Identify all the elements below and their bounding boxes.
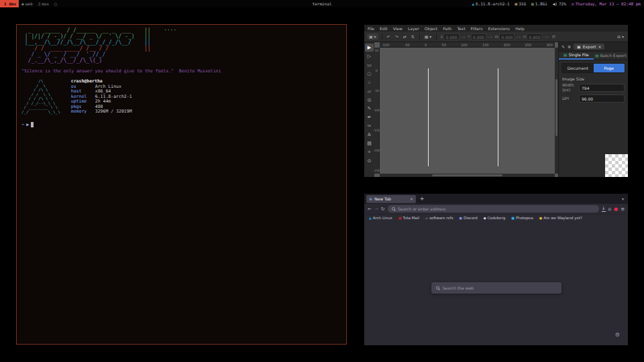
downloads-icon[interactable]: ↓ (602, 206, 606, 212)
canvas-vertical-scrollbar[interactable] (555, 48, 558, 174)
screen-share-indicator-icon[interactable]: ● (614, 206, 618, 212)
bookmark-label: Discord (464, 216, 478, 220)
image-size-section-label: Image Size (559, 74, 628, 82)
bookmark-item[interactable]: ▲Arch Linux (369, 216, 392, 220)
dialog-tab-bar: ✎ ≣ ▣ Export × (559, 42, 628, 52)
inkscape-tool-icon[interactable]: ✧ (365, 148, 374, 156)
snap-controls-dropdown[interactable]: ⊞ ▾ (616, 34, 625, 39)
field-steppers[interactable]: −+ (487, 35, 492, 39)
workspace-button[interactable]: 1 dev (0, 0, 19, 7)
scrollbar-thumb[interactable] (432, 174, 502, 176)
export-mode-tab[interactable]: ▤Single File (559, 52, 594, 60)
export-area-button[interactable]: Page (594, 64, 625, 72)
menu-item[interactable]: File (368, 26, 374, 31)
field-value[interactable]: 0.000 (443, 34, 459, 40)
field-steppers[interactable]: −+ (543, 35, 548, 39)
drawing-canvas[interactable] (380, 48, 555, 174)
lock-ratio-icon[interactable]: ⊓ (551, 34, 557, 39)
terminal-window[interactable]: _ _____ / /______ __ _ ___ || ···· | |/|… (16, 24, 347, 345)
bookmark-item[interactable]: ■Tuta Mail (398, 216, 419, 220)
menu-item[interactable]: View (393, 26, 402, 31)
export-mode-tab[interactable]: ▤Batch Export (594, 52, 629, 60)
menu-item[interactable]: Filters (471, 26, 483, 31)
menu-item[interactable]: Layer (408, 26, 419, 31)
menu-item[interactable]: Edit (380, 26, 388, 31)
menu-item[interactable]: Text (457, 26, 465, 31)
menu-item[interactable]: Path (443, 26, 451, 31)
rotate-cw-icon[interactable]: ↷ (394, 34, 400, 39)
ruler-label: -100 (382, 43, 389, 47)
close-dialog-icon[interactable]: × (598, 44, 601, 49)
field-steppers[interactable]: −+ (515, 35, 521, 39)
browser-tab[interactable]: ⊕ New Tab × (366, 195, 416, 203)
inkscape-tool-icon[interactable]: ▱ (365, 87, 374, 95)
tab-title: New Tab (374, 196, 391, 201)
export-area-button[interactable]: Document (562, 64, 594, 72)
inkscape-tool-icon[interactable]: ▷ (365, 52, 374, 60)
inkscape-tool-icon[interactable]: A (365, 131, 374, 139)
bookmark-item[interactable]: ●Are we Wayland yet? (539, 216, 582, 220)
canvas-area[interactable]: -100-50050100150200250300 500-50-100-150… (374, 42, 558, 177)
field-value[interactable]: 0.000 (527, 34, 542, 40)
inkscape-tool-icon[interactable]: ◎ (365, 96, 374, 104)
status-icon: ◷ (572, 1, 574, 6)
shell-prompt[interactable]: ~ ▶ (21, 122, 341, 127)
bookmark-favicon: ▲ (369, 216, 372, 220)
back-button[interactable]: ← (368, 206, 372, 212)
workspace-button[interactable]: ◉web (19, 0, 35, 7)
flip-horizontal-icon[interactable]: ⇄ (402, 34, 408, 39)
align-dropdown[interactable]: ▦ ▾ (423, 34, 433, 39)
inkscape-tool-icon[interactable]: ▨ (365, 139, 374, 147)
tab-close-icon[interactable]: × (410, 196, 413, 201)
export-dialog-tab[interactable]: ▣ Export × (574, 44, 604, 50)
inkscape-tool-icon[interactable]: ▶ (365, 44, 374, 52)
field-steppers[interactable]: −+ (460, 35, 466, 39)
menu-item[interactable]: Object (425, 26, 438, 31)
workspace-button[interactable]: ▢ (52, 0, 61, 7)
tools-dialog-icon[interactable]: ✎ (561, 44, 565, 49)
web-search-input[interactable]: Search the web (431, 282, 561, 294)
flip-vertical-icon[interactable]: ⇅ (410, 34, 416, 39)
coordinate-field[interactable]: Y0.000−+ (468, 34, 492, 40)
bookmark-item[interactable]: ◆Codeberg (484, 216, 505, 220)
bookmark-item[interactable]: ■Photopea (511, 216, 533, 220)
bookmark-item[interactable]: ●Discord (460, 216, 478, 220)
field-value[interactable]: 0.000 (471, 34, 486, 40)
export-tab-label: Export (583, 44, 596, 49)
list-all-tabs-icon[interactable]: ▾ (622, 196, 626, 201)
status-segment: ▥1.8Gi (531, 1, 547, 6)
new-tab-button[interactable]: + (418, 196, 426, 202)
ascii-banner-line: / _ \/ _ `/ __/ '_//_/ (21, 52, 341, 58)
inkscape-tool-icon[interactable]: ✎ (365, 105, 374, 113)
inkscape-tool-icon[interactable]: ✑ (365, 122, 374, 130)
layers-dialog-icon[interactable]: ≣ (568, 44, 571, 49)
coordinate-field[interactable]: H0.000−+ (523, 34, 549, 40)
web-search-placeholder: Search the web (443, 286, 474, 290)
selection-mode-dropdown[interactable]: ▣ ▾ (367, 34, 378, 40)
inkscape-tool-icon[interactable]: ✒ (365, 113, 374, 121)
dpi-input[interactable]: 96.00 (579, 95, 625, 103)
width-input[interactable]: 794 (579, 84, 625, 92)
inkscape-tool-icon[interactable]: ▭ (365, 61, 374, 69)
width-label: Width (px) (562, 83, 577, 92)
scrollbar-thumb[interactable] (555, 79, 557, 136)
reload-button[interactable]: ↻ (381, 206, 385, 212)
bookmark-item[interactable]: ▱software refs (425, 216, 453, 220)
coordinate-field[interactable]: X0.000−+ (440, 34, 466, 40)
inkscape-tool-icon[interactable]: ☆ (365, 78, 374, 86)
address-bar[interactable]: Search or enter address (388, 205, 599, 213)
forward-button[interactable]: → (374, 206, 378, 212)
inkscape-tool-icon[interactable]: ⊙ (365, 157, 374, 165)
menu-item[interactable]: Help (515, 26, 525, 31)
menu-hamburger-icon[interactable]: ≡ (621, 206, 625, 212)
address-input[interactable]: Search or enter address (398, 206, 446, 211)
inkscape-tool-icon[interactable]: ○ (365, 70, 374, 78)
coordinate-field[interactable]: W0.000−+ (494, 34, 521, 40)
field-value[interactable]: 0.000 (499, 34, 515, 40)
menu-item[interactable]: Extensions (488, 26, 511, 31)
canvas-horizontal-scrollbar[interactable] (380, 174, 555, 177)
personalize-gear-icon[interactable]: ⚙ (615, 332, 620, 338)
home-icon[interactable]: ⌂ (608, 206, 611, 212)
workspace-button[interactable]: ♫mus (36, 0, 52, 7)
rotate-ccw-icon[interactable]: ↶ (386, 34, 392, 39)
